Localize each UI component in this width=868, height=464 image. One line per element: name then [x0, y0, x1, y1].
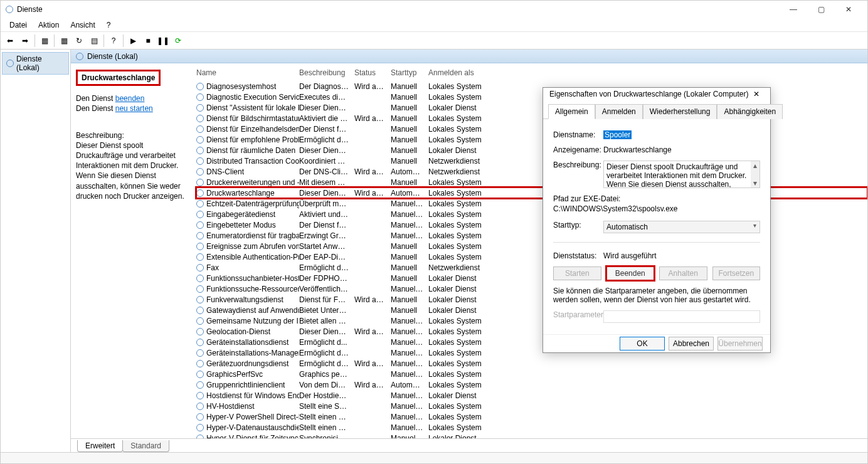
row-logon: Lokales System [428, 135, 497, 144]
menu-view[interactable]: Ansicht [65, 19, 100, 31]
titlebar: Dienste — ▢ ✕ [1, 1, 867, 18]
col-start[interactable]: Starttyp [391, 68, 428, 77]
row-start: Manuell [391, 82, 428, 91]
row-desc: Bietet Unterstü... [299, 306, 354, 315]
tab-standard[interactable]: Standard [122, 440, 169, 452]
ok-button[interactable]: OK [620, 337, 665, 351]
maximize-button[interactable]: ▢ [807, 1, 835, 18]
gear-icon [196, 157, 204, 165]
tree-item-services-local[interactable]: Dienste (Lokal) [2, 52, 69, 75]
scrollbar[interactable]: ▴▾ [751, 161, 760, 187]
gear-icon [196, 253, 204, 261]
description-text: Dieser Dienst spoolt Druckaufträge und v… [76, 140, 185, 201]
row-name: Gruppenrichtlinienclient [206, 381, 285, 389]
stop-link[interactable]: beenden [115, 94, 145, 103]
dialog-close-button[interactable]: ✕ [749, 90, 764, 98]
back-button[interactable]: ⬅ [3, 34, 17, 48]
row-start: Manuell [391, 114, 428, 123]
col-logon[interactable]: Anmelden als [428, 68, 497, 77]
menu-action[interactable]: Aktion [33, 19, 64, 31]
service-row[interactable]: HV-HostdienstStellt eine Sch...Manuell (… [196, 401, 867, 411]
row-logon: Lokales System [428, 253, 497, 261]
tab-logon[interactable]: Anmelden [595, 104, 643, 119]
row-name: Extensible Authentication-Pr... [206, 253, 299, 261]
gear-icon [196, 275, 204, 282]
statusbar [1, 452, 867, 463]
cancel-button[interactable]: Abbrechen [669, 337, 714, 351]
row-logon: Lokales System [428, 199, 497, 208]
row-logon: Lokales System [428, 349, 497, 357]
value-service-name[interactable]: Spooler [603, 130, 632, 139]
col-desc[interactable]: Beschreibung [299, 68, 354, 77]
tab-general[interactable]: Allgemein [548, 104, 595, 119]
row-start: Manuell (... [391, 317, 428, 325]
row-name: Funktionssuche-Ressourcen... [206, 285, 299, 293]
row-desc: Dieser Dienst s... [299, 189, 354, 198]
tab-dependencies[interactable]: Abhängigkeiten [717, 104, 783, 119]
row-logon: Lokales System [428, 423, 497, 432]
service-row[interactable]: Hyper-V-Dienst für Zeitsync...Synchronis… [196, 433, 867, 438]
menu-file[interactable]: Datei [4, 19, 32, 31]
tab-recovery[interactable]: Wiederherstellung [643, 104, 717, 119]
row-desc: Von dem Diens... [299, 381, 354, 389]
row-desc: Koordiniert Tra... [299, 157, 354, 166]
row-logon: Lokales System [428, 413, 497, 421]
row-logon: Netzwerkdienst [428, 157, 497, 166]
row-desc: Der Dienst für ... [299, 221, 354, 229]
row-start: Manuell (... [391, 402, 428, 411]
row-logon: Lokaler Dienst [428, 391, 497, 400]
dialog-tabs: Allgemein Anmelden Wiederherstellung Abh… [543, 101, 770, 119]
row-name: Funkverwaltungsdienst [206, 295, 283, 304]
row-name: Dienst für Einzelhandelsdem... [206, 125, 299, 134]
stop-button[interactable]: Beenden [606, 266, 655, 280]
minimize-button[interactable]: — [780, 1, 807, 18]
help-button[interactable]: ? [107, 34, 120, 48]
row-start: Manuell (... [391, 285, 428, 293]
export-button[interactable]: ▤ [87, 34, 101, 48]
description-box[interactable]: Dieser Dienst spoolt Druckaufträge und v… [603, 161, 760, 188]
service-row[interactable]: GerätezuordnungsdienstErmöglicht die ...… [196, 358, 867, 369]
row-desc: Bietet allen Co... [299, 317, 354, 325]
service-row[interactable]: Hostdienst für Windows Enc...Der Hostdie… [196, 390, 867, 401]
restart-link[interactable]: neu starten [115, 104, 153, 113]
dialog-title: Eigenschaften von Druckwarteschlange (Lo… [549, 90, 749, 98]
menu-help[interactable]: ? [102, 19, 116, 31]
row-start: Automat... [391, 167, 428, 176]
selected-service-name: Druckwarteschlange [76, 70, 161, 86]
refresh-button[interactable]: ↻ [72, 34, 86, 48]
restart-button[interactable]: ⟳ [171, 34, 185, 48]
row-name: Geräteinstallations-Manager [206, 349, 299, 357]
row-logon: Lokaler Dienst [428, 285, 497, 293]
tab-extended[interactable]: Erweitert [77, 440, 123, 452]
row-logon: Lokales System [428, 338, 497, 347]
row-start: Manuell [391, 157, 428, 166]
service-row[interactable]: Hyper-V-Datenaustauschdie...Stellt einen… [196, 422, 867, 433]
row-status: Wird au... [354, 82, 391, 91]
play-button[interactable]: ▶ [126, 34, 140, 48]
forward-button[interactable]: ➡ [18, 34, 32, 48]
col-status[interactable]: Status [354, 68, 391, 77]
service-row[interactable]: GraphicsPerfSvcGraphics perfo...Manuell … [196, 369, 867, 379]
row-name: Druckererweiterungen und -... [206, 178, 299, 187]
gear-icon [6, 60, 14, 67]
service-row[interactable]: Hyper-V PowerShell Direct-D...Stellt ein… [196, 411, 867, 422]
stop-button[interactable]: ■ [141, 34, 155, 48]
service-row[interactable]: GruppenrichtlinienclientVon dem Diens...… [196, 379, 867, 390]
toolbar-icon-1[interactable]: ▦ [38, 34, 51, 48]
row-logon: Lokales System [428, 82, 497, 91]
gear-icon [196, 339, 204, 346]
row-start: Manuell (... [391, 199, 428, 208]
start-type-select[interactable]: Automatisch [603, 221, 760, 233]
row-start: Manuell (... [391, 370, 428, 379]
gear-icon [196, 243, 204, 250]
col-name[interactable]: Name [196, 68, 299, 77]
pause-button[interactable]: ❚❚ [156, 34, 170, 48]
row-start: Manuell (... [391, 413, 428, 421]
row-start: Manuell [391, 103, 428, 112]
row-status: Wird au... [354, 381, 391, 389]
row-start: Manuell (... [391, 359, 428, 368]
close-button[interactable]: ✕ [835, 1, 862, 18]
toolbar-icon-2[interactable]: ▦ [57, 34, 71, 48]
gear-icon [196, 189, 204, 197]
row-status: Wird au... [354, 114, 391, 123]
